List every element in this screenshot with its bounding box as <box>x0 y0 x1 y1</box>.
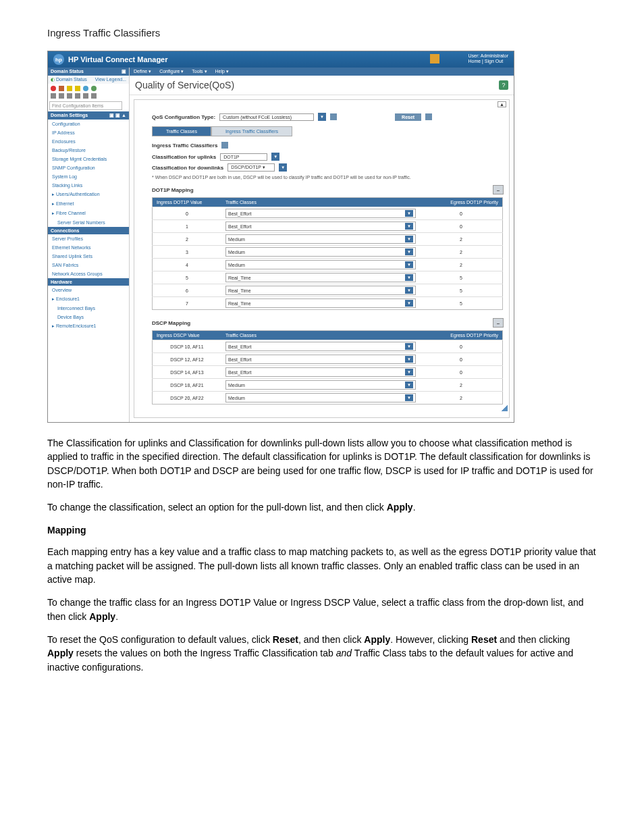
menu-help[interactable]: Help ▾ <box>215 69 229 74</box>
status-degraded-icon[interactable] <box>59 86 64 91</box>
cell-traffic-class[interactable]: Medium▼ <box>221 246 420 259</box>
menu-define[interactable]: Define ▾ <box>134 69 151 74</box>
dropdown-icon[interactable]: ▼ <box>271 153 279 161</box>
cell-ingress-value: 5 <box>153 271 222 284</box>
home-icon[interactable] <box>430 54 439 63</box>
header-icons[interactable]: ▣ ▣ ▲ <box>109 113 126 118</box>
info-icon[interactable] <box>330 113 337 120</box>
dropdown-icon[interactable]: ▼ <box>405 300 413 307</box>
sidebar-item-users[interactable]: ▸ Users/Authentication <box>48 190 129 199</box>
view-legend-link[interactable]: View Legend... <box>95 77 126 82</box>
sidebar-item-ethernet[interactable]: ▸ Ethernet <box>48 199 129 209</box>
downlinks-select[interactable]: DSCP/DOT1P ▾ <box>227 163 275 172</box>
sidebar-item[interactable]: Configuration <box>48 120 129 128</box>
menu-tools[interactable]: Tools ▾ <box>192 69 207 74</box>
dropdown-icon[interactable]: ▼ <box>405 394 413 401</box>
scroll-up-icon[interactable]: ▲ <box>498 101 506 107</box>
reset-button[interactable]: Reset <box>395 113 421 121</box>
apply-bold: Apply <box>89 611 115 622</box>
sidebar-item[interactable]: Server Profiles <box>48 234 129 243</box>
sidebar-item[interactable]: Enclosures <box>48 137 129 146</box>
cell-traffic-class[interactable]: Best_Effort▼ <box>221 353 420 366</box>
sidebar-item[interactable]: Stacking Links <box>48 181 129 190</box>
config-type-select[interactable]: Custom (without FCoE Lossless) <box>219 113 314 121</box>
cell-traffic-class[interactable]: Best_Effort▼ <box>221 340 420 353</box>
sidebar-item[interactable]: SNMP Configuration <box>48 163 129 172</box>
text: and then clicking <box>497 634 570 645</box>
help-icon[interactable]: ? <box>499 80 508 90</box>
sidebar-item[interactable]: Ethernet Networks <box>48 243 129 252</box>
table-row: DSCP 10, AF11Best_Effort▼0 <box>153 340 503 353</box>
cell-traffic-class[interactable]: Medium▼ <box>221 392 420 405</box>
cell-egress-priority: 2 <box>420 246 503 259</box>
sidebar-item[interactable]: Device Bays <box>48 313 129 321</box>
col-egress-priority: Egress DOT1P Priority <box>420 198 503 207</box>
collapse-icon[interactable]: ▣ <box>122 69 126 74</box>
dropdown-icon[interactable]: ▼ <box>405 249 413 255</box>
apply-bold: Apply <box>387 502 413 513</box>
dropdown-icon[interactable]: ▼ <box>405 210 413 217</box>
cell-traffic-class[interactable]: Medium▼ <box>221 259 420 271</box>
sidebar-item[interactable]: Backup/Restore <box>48 146 129 155</box>
collapse-icon[interactable]: – <box>493 318 504 328</box>
status-info-icon[interactable] <box>83 86 88 91</box>
sidebar-item[interactable]: System Log <box>48 172 129 181</box>
sidebar-item[interactable]: ▸ Enclosure1 <box>48 294 129 304</box>
menu-configure[interactable]: Configure ▾ <box>159 69 184 74</box>
uplinks-select[interactable]: DOT1P <box>220 153 267 161</box>
cell-egress-priority: 0 <box>420 207 503 220</box>
sidebar-item[interactable]: Server Serial Numbers <box>48 218 129 227</box>
cell-traffic-class[interactable]: Real_Time▼ <box>221 284 420 297</box>
dropdown-icon[interactable]: ▼ <box>405 356 413 363</box>
menubar[interactable]: Define ▾ Configure ▾ Tools ▾ Help ▾ <box>130 68 514 76</box>
cell-traffic-class[interactable]: Best_Effort▼ <box>221 207 420 220</box>
dropdown-icon[interactable]: ▼ <box>318 113 326 121</box>
cell-traffic-class[interactable]: Best_Effort▼ <box>221 366 420 379</box>
cell-traffic-class[interactable]: Real_Time▼ <box>221 271 420 284</box>
tab-traffic-classes[interactable]: Traffic Classes <box>152 126 211 136</box>
ethernet-label: Ethernet <box>56 201 74 206</box>
sidebar-item[interactable]: IP Address <box>48 128 129 137</box>
sidebar-item[interactable]: Network Access Groups <box>48 269 129 278</box>
status-ok-icon[interactable] <box>91 86 97 91</box>
dropdown-icon[interactable]: ▼ <box>405 261 413 268</box>
status-critical-icon[interactable] <box>51 86 56 91</box>
cell-traffic-class[interactable]: Medium▼ <box>221 379 420 392</box>
cell-traffic-class[interactable]: Real_Time▼ <box>221 297 420 310</box>
resize-grip-icon[interactable] <box>134 405 509 413</box>
text: To change the classification, select an … <box>47 502 387 513</box>
dropdown-icon[interactable]: ▼ <box>405 343 413 350</box>
info-icon[interactable] <box>425 113 432 120</box>
sidebar-item[interactable]: SAN Fabrics <box>48 261 129 269</box>
cell-traffic-class[interactable]: Medium▼ <box>221 233 420 246</box>
tab-ingress-classifiers[interactable]: Ingress Traffic Classifiers <box>211 126 292 136</box>
dropdown-icon[interactable]: ▼ <box>279 163 287 172</box>
status-minor-icon[interactable] <box>75 86 80 91</box>
col-traffic-classes: Traffic Classes <box>221 331 420 340</box>
dropdown-icon[interactable]: ▼ <box>405 274 413 281</box>
dropdown-icon[interactable]: ▼ <box>405 236 413 242</box>
cell-traffic-class[interactable]: Best_Effort▼ <box>221 220 420 233</box>
status-warning-icon[interactable] <box>67 86 72 91</box>
table-row: 2Medium▼2 <box>153 233 503 246</box>
sidebar-item-fc[interactable]: ▸ Fibre Channel <box>48 209 129 218</box>
info-icon[interactable] <box>221 142 228 149</box>
dropdown-icon[interactable]: ▼ <box>405 369 413 375</box>
collapse-icon[interactable]: – <box>493 185 504 194</box>
sidebar-item[interactable]: ▸ RemoteEnclosure1 <box>48 321 129 331</box>
text: To reset the QoS configuration to defaul… <box>47 634 273 645</box>
sidebar-item[interactable]: Overview <box>48 286 129 294</box>
cell-egress-priority: 2 <box>420 233 503 246</box>
cell-egress-priority: 0 <box>420 220 503 233</box>
home-signout-links[interactable]: Home | Sign Out <box>468 59 508 64</box>
sidebar-item[interactable]: Interconnect Bays <box>48 304 129 313</box>
dropdown-icon[interactable]: ▼ <box>405 382 413 388</box>
sidebar-item[interactable]: Storage Mgmt Credentials <box>48 155 129 163</box>
search-input[interactable]: Find Configuration Items <box>49 101 122 110</box>
dot1p-label: DOT1P Mapping <box>152 187 194 193</box>
dropdown-icon[interactable]: ▼ <box>405 223 413 230</box>
domain-status-row[interactable]: ◐ Domain Status View Legend... <box>48 76 129 84</box>
cell-egress-priority: 5 <box>420 271 503 284</box>
dropdown-icon[interactable]: ▼ <box>405 287 413 294</box>
sidebar-item[interactable]: Shared Uplink Sets <box>48 252 129 261</box>
